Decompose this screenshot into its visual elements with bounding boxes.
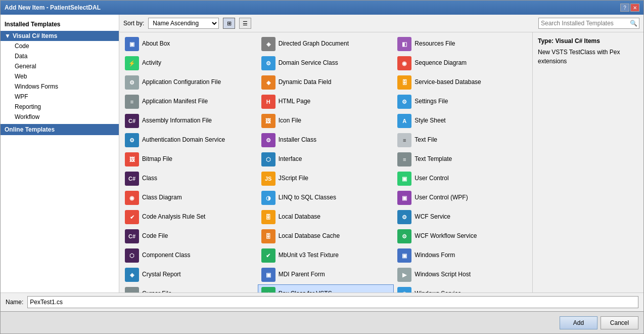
grid-item-mbunit[interactable]: ✔ MbUnit v3 Test Fixture (258, 246, 394, 265)
grid-item-interface[interactable]: ⬡ Interface (258, 150, 394, 169)
grid-item-linq-to-sql[interactable]: ◑ LINQ to SQL Classes (258, 188, 394, 207)
item-icon-crystal-report: ◈ (125, 268, 139, 282)
grid-item-text-template[interactable]: ≡ Text Template (394, 150, 530, 169)
dialog-window: Add New Item - PatientSelectDAL ? ✕ Inst… (0, 0, 644, 334)
item-icon-component-class: ⬡ (125, 248, 139, 263)
item-label-style-sheet: Style Sheet (415, 117, 445, 125)
item-icon-pex-class: ◈ (261, 287, 275, 293)
grid-item-domain-service-class[interactable]: ⚙ Domain Service Class (258, 54, 394, 73)
search-input[interactable] (539, 18, 628, 28)
grid-item-bitmap-file[interactable]: 🖼 Bitmap File (121, 150, 258, 169)
item-icon-class: C# (125, 172, 139, 186)
grid-item-resources-file[interactable]: ◧ Resources File (394, 34, 530, 54)
title-bar: Add New Item - PatientSelectDAL ? ✕ (1, 1, 643, 15)
grid-item-local-database[interactable]: 🗄 Local Database (258, 207, 394, 227)
grid-item-component-class[interactable]: ⬡ Component Class (121, 246, 258, 265)
close-button[interactable]: ✕ (630, 4, 639, 12)
sidebar-item-visual-cs[interactable]: ▼ Visual C# Items (1, 31, 119, 41)
item-icon-assembly-info: C# (125, 114, 139, 128)
item-icon-auth-domain: ⚙ (125, 133, 139, 147)
item-icon-settings-file: ⚙ (397, 95, 411, 109)
item-icon-windows-form: ▣ (397, 248, 411, 263)
grid-item-text-file[interactable]: ≡ Text File (394, 131, 530, 150)
grid-item-activity[interactable]: ⚡ Activity (121, 54, 258, 73)
grid-item-app-config[interactable]: ⚙ Application Configuration File (121, 73, 258, 92)
cancel-button[interactable]: Cancel (601, 316, 638, 329)
sidebar-item-windows-forms[interactable]: Windows Forms (1, 81, 119, 92)
name-bar: Name: (1, 293, 643, 311)
item-label-code-file: Code File (142, 232, 168, 240)
grid-item-wcf-service[interactable]: ⚙ WCF Service (394, 207, 530, 227)
item-icon-wcf-service: ⚙ (397, 210, 411, 224)
grid-item-jscript-file[interactable]: JS JScript File (258, 169, 394, 188)
sidebar-item-data[interactable]: Data (1, 51, 119, 61)
grid-item-auth-domain[interactable]: ⚙ Authentication Domain Service (121, 131, 258, 150)
online-templates-header[interactable]: Online Templates (1, 124, 119, 135)
item-icon-installer-class: ⚙ (261, 133, 275, 147)
item-label-dynamic-data-field: Dynamic Data Field (279, 78, 332, 87)
item-label-component-class: Component Class (142, 252, 190, 260)
item-label-directed-graph: Directed Graph Document (279, 40, 349, 48)
grid-item-html-page[interactable]: H HTML Page (258, 92, 394, 111)
grid-item-wcf-workflow[interactable]: ⚙ WCF Workflow Service (394, 227, 530, 246)
sidebar-item-wpf[interactable]: WPF (1, 92, 119, 102)
dialog-content: Installed Templates ▼ Visual C# Items Co… (1, 15, 643, 333)
grid-item-local-db-cache[interactable]: 🗄 Local Database Cache (258, 227, 394, 246)
add-button[interactable]: Add (560, 316, 597, 329)
grid-item-settings-file[interactable]: ⚙ Settings File (394, 92, 530, 111)
item-label-installer-class: Installer Class (279, 136, 316, 144)
list-view-button[interactable]: ☰ (239, 18, 251, 29)
sidebar-item-web[interactable]: Web (1, 71, 119, 81)
grid-item-windows-form[interactable]: ▣ Windows Form (394, 246, 530, 265)
item-label-mbunit: MbUnit v3 Test Fixture (279, 252, 339, 260)
item-icon-linq-to-sql: ◑ (261, 191, 275, 205)
sort-select[interactable]: Name Ascending Name Descending Type Asce… (148, 18, 219, 29)
item-label-sequence-diagram: Sequence Diagram (415, 59, 467, 67)
grid-item-windows-script[interactable]: ▶ Windows Script Host (394, 265, 530, 284)
grid-item-assembly-info[interactable]: C# Assembly Information File (121, 111, 258, 131)
item-icon-local-database: 🗄 (261, 210, 275, 224)
grid-item-app-manifest[interactable]: ≡ Application Manifest File (121, 92, 258, 111)
item-icon-jscript-file: JS (261, 172, 275, 186)
item-label-linq-to-sql: LINQ to SQL Classes (279, 194, 336, 202)
grid-item-sequence-diagram[interactable]: ◉ Sequence Diagram (394, 54, 530, 73)
grid-item-class-diagram[interactable]: ◉ Class Diagram (121, 188, 258, 207)
name-label: Name: (6, 299, 23, 306)
grid-item-mdi-parent[interactable]: ▣ MDI Parent Form (258, 265, 394, 284)
grid-item-windows-service[interactable]: ⚙ Windows Service (394, 284, 530, 293)
sidebar-item-general[interactable]: General (1, 61, 119, 71)
item-icon-text-file: ≡ (397, 133, 411, 147)
large-icon-view-button[interactable]: ⊞ (223, 18, 235, 29)
item-label-windows-script: Windows Script Host (415, 271, 471, 279)
item-icon-user-control-wpf: ▣ (397, 191, 411, 205)
content-area: ▣ About Box ◈ Directed Graph Document ◧ … (119, 32, 643, 293)
item-icon-app-manifest: ≡ (125, 95, 139, 109)
grid-item-pex-class[interactable]: ◈ Pex Class for VSTS (258, 284, 394, 293)
grid-item-cursor-file[interactable]: ↖ Cursor File (121, 284, 258, 293)
grid-item-directed-graph[interactable]: ◈ Directed Graph Document (258, 34, 394, 54)
name-input[interactable] (27, 296, 638, 308)
grid-item-dynamic-data-field[interactable]: ◈ Dynamic Data Field (258, 73, 394, 92)
grid-item-icon-file[interactable]: 🖼 Icon File (258, 111, 394, 131)
item-icon-app-config: ⚙ (125, 75, 139, 90)
grid-item-service-based-db[interactable]: 🗄 Service-based Database (394, 73, 530, 92)
help-button[interactable]: ? (620, 4, 629, 12)
sidebar-item-workflow[interactable]: Workflow (1, 112, 119, 122)
grid-item-installer-class[interactable]: ⚙ Installer Class (258, 131, 394, 150)
sidebar-item-reporting[interactable]: Reporting (1, 102, 119, 112)
grid-item-class[interactable]: C# Class (121, 169, 258, 188)
grid-item-style-sheet[interactable]: A Style Sheet (394, 111, 530, 131)
item-label-jscript-file: JScript File (279, 175, 308, 183)
grid-item-user-control-wpf[interactable]: ▣ User Control (WPF) (394, 188, 530, 207)
grid-item-code-file[interactable]: C# Code File (121, 227, 258, 246)
grid-item-user-control[interactable]: ▣ User Control (394, 169, 530, 188)
item-icon-mbunit: ✔ (261, 248, 275, 263)
search-icon[interactable]: 🔍 (628, 18, 639, 28)
sidebar-item-code[interactable]: Code (1, 41, 119, 51)
grid-item-code-analysis[interactable]: ✔ Code Analysis Rule Set (121, 207, 258, 227)
grid-item-about-box[interactable]: ▣ About Box (121, 34, 258, 54)
item-label-wcf-service: WCF Service (415, 213, 450, 221)
grid-item-crystal-report[interactable]: ◈ Crystal Report (121, 265, 258, 284)
item-icon-about-box: ▣ (125, 37, 139, 51)
info-type-label: Type: Visual C# Items (538, 37, 638, 45)
